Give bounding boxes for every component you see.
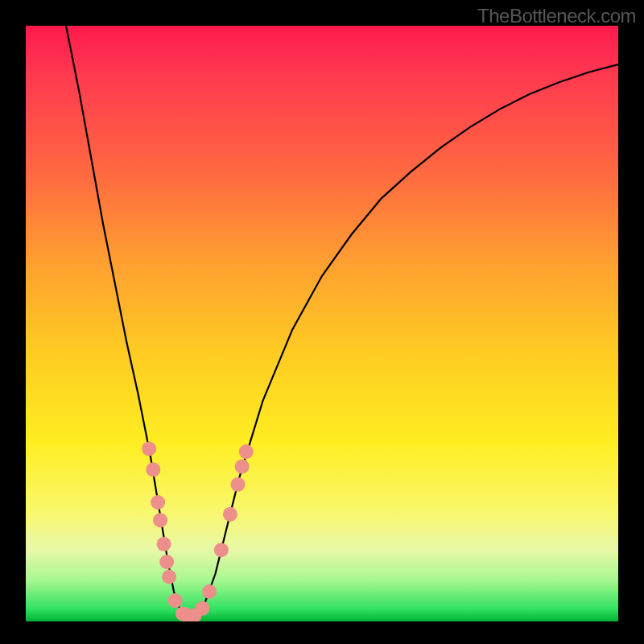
data-point <box>162 570 176 584</box>
bottleneck-curve <box>66 26 618 616</box>
data-point <box>223 507 237 522</box>
data-point <box>214 543 229 557</box>
data-point <box>195 601 209 616</box>
data-point <box>167 593 182 608</box>
attribution-text: TheBottleneck.com <box>477 5 636 27</box>
data-point <box>239 444 254 459</box>
data-points-group <box>142 441 254 621</box>
data-point <box>156 537 171 551</box>
data-point <box>202 584 217 599</box>
data-point <box>151 495 165 510</box>
data-point <box>159 555 174 569</box>
data-point <box>153 513 167 527</box>
chart-plot-area <box>26 26 618 621</box>
data-point <box>230 477 245 492</box>
data-point <box>146 462 160 477</box>
chart-svg <box>26 26 618 621</box>
data-point <box>142 441 156 456</box>
data-point <box>235 460 250 474</box>
